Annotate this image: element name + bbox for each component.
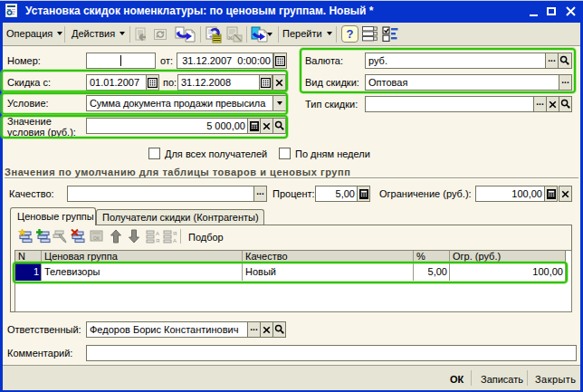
svg-text:Я: Я (173, 231, 177, 236)
svg-text:А: А (156, 231, 159, 236)
svg-text:А: А (173, 238, 177, 244)
svg-text:Я: Я (156, 238, 159, 244)
svg-text:ОК: ОК (93, 235, 100, 241)
